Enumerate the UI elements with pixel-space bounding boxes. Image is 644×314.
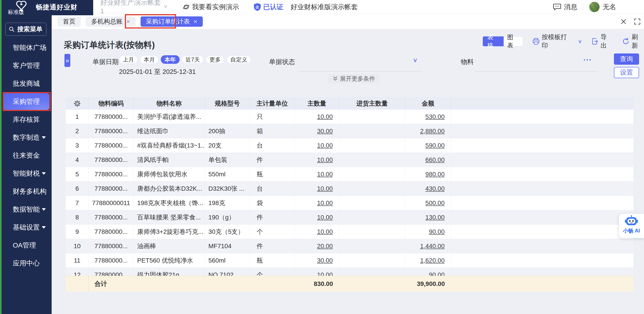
main-qty-link[interactable]: 10.00: [317, 271, 333, 276]
column-header-material-code[interactable]: 物料编码: [89, 97, 134, 110]
export-button[interactable]: 导出: [592, 33, 613, 50]
collapse-filters-button[interactable]: »: [64, 54, 70, 67]
amount-link[interactable]: 430.00: [425, 185, 444, 192]
amount-link[interactable]: 90.00: [429, 271, 444, 276]
view-toggle-chart[interactable]: 图表: [504, 36, 523, 46]
material-code-cell: 77880000...: [89, 124, 134, 138]
sidebar-item[interactable]: 批发商城: [2, 74, 52, 92]
date-preset-pill[interactable]: 本月: [140, 55, 159, 64]
tab-close-icon[interactable]: ×: [194, 18, 198, 25]
main-qty-link[interactable]: 10.00: [317, 142, 333, 149]
date-preset-pill[interactable]: 更多: [206, 55, 224, 64]
tab[interactable]: 采购订单统计表×: [140, 16, 203, 27]
amount-link[interactable]: 590.00: [425, 142, 444, 149]
main-qty-link[interactable]: 30.00: [317, 257, 333, 264]
avatar[interactable]: [589, 2, 600, 12]
date-preset-pill[interactable]: 本年: [161, 55, 180, 64]
amount-link[interactable]: 980.00: [425, 171, 444, 178]
column-settings-button[interactable]: [66, 97, 89, 110]
tab[interactable]: 多机构总账×: [86, 16, 136, 27]
amount-cell: 660.00: [405, 153, 451, 167]
status-select-underline[interactable]: [299, 71, 422, 72]
material-input-underline[interactable]: [476, 71, 597, 72]
username: 无名: [603, 2, 616, 12]
spec-model-cell: NO.7102 ...: [205, 268, 250, 276]
view-toggle-table[interactable]: 表格: [483, 36, 504, 46]
fullscreen-icon[interactable]: [630, 14, 644, 29]
logo[interactable]: 畅捷通好业财 标准版: [2, 0, 93, 15]
robot-icon: [624, 215, 638, 227]
account-selector[interactable]: 好业财生产演示帐套1 ∨: [100, 0, 168, 13]
main-qty-link[interactable]: 10.00: [317, 228, 333, 236]
close-icon[interactable]: [617, 14, 630, 29]
menu-search-input[interactable]: 搜索菜单: [6, 23, 46, 36]
amount-link[interactable]: 90.00: [429, 228, 444, 236]
date-preset-pill[interactable]: 自定义: [226, 55, 251, 64]
column-header-purchase-main-qty[interactable]: 进货主数量: [339, 97, 405, 110]
amount-link[interactable]: 2,880.00: [420, 128, 444, 135]
table-row: 377880000...#双喜经典醇香烟(13~1...20支台10.00590…: [66, 138, 634, 153]
sidebar-item[interactable]: 数字制造: [2, 128, 52, 146]
sidebar-item[interactable]: 智能体广场: [2, 39, 52, 56]
sidebar-item[interactable]: 财务多机构: [2, 182, 52, 200]
settings-button[interactable]: 设置: [614, 67, 639, 78]
purchase-main-qty-cell: [339, 268, 405, 276]
sidebar-item[interactable]: 客户管理: [2, 56, 52, 74]
refresh-button[interactable]: 刷新: [622, 33, 644, 50]
date-preset-pill[interactable]: 近7天: [182, 55, 204, 64]
main-qty-link[interactable]: 10.00: [317, 171, 333, 178]
date-range-value[interactable]: 2025-01-01 至 2025-12-31: [119, 68, 196, 76]
column-header-base-unit[interactable]: 主计量单位: [250, 97, 294, 110]
amount-link[interactable]: 500.00: [425, 200, 444, 207]
amount-link[interactable]: 530.00: [425, 113, 444, 120]
print-by-template-button[interactable]: 按模板打印 ∨: [532, 33, 582, 50]
sidebar-item[interactable]: 应用中心: [2, 254, 52, 272]
column-header-spec-model[interactable]: 规格型号: [205, 97, 250, 110]
sidebar-item[interactable]: 数据智能: [2, 200, 52, 218]
date-preset-pill[interactable]: 上月: [119, 55, 138, 64]
amount-link[interactable]: 1,440.00: [420, 242, 444, 250]
main-qty-link[interactable]: 10.00: [317, 200, 333, 207]
main-qty-link[interactable]: 20.00: [317, 242, 333, 250]
demo-link[interactable]: 我要看实例演示: [182, 2, 239, 12]
chevron-down-icon[interactable]: ∨: [413, 57, 418, 64]
main-qty-cell: 30.00: [294, 124, 339, 138]
main-qty-link[interactable]: 10.00: [317, 185, 333, 192]
main-qty-link[interactable]: 10.00: [317, 113, 333, 120]
main-qty-link[interactable]: 10.00: [317, 156, 333, 164]
chevron-down-icon[interactable]: ∨: [578, 38, 582, 44]
main-qty-link[interactable]: 30.00: [317, 128, 333, 135]
material-name-cell: 美润护手霜(渗透滋养...: [134, 110, 205, 124]
sidebar-item[interactable]: 智能财税: [2, 164, 52, 182]
column-header-main-qty[interactable]: 主数量: [294, 97, 339, 110]
sidebar-item[interactable]: 库存核算: [2, 110, 52, 128]
certified-badge[interactable]: 企 已认证: [254, 2, 284, 12]
messages-button[interactable]: 消息: [553, 2, 577, 12]
amount-cell: 2,880.00: [405, 124, 451, 138]
ai-assistant-widget[interactable]: 小畅 AI: [619, 214, 644, 238]
row-number: 3: [66, 138, 89, 152]
messages-label: 消息: [564, 2, 577, 12]
tab-close-icon[interactable]: ×: [126, 18, 130, 25]
amount-link[interactable]: 1,620.00: [420, 257, 444, 264]
main-qty-link[interactable]: 10.00: [317, 214, 333, 221]
demo-planet-icon: [182, 3, 190, 10]
sidebar-item[interactable]: 采购管理: [2, 92, 52, 110]
sidebar-item[interactable]: 基础设置: [2, 218, 52, 236]
purchase-main-qty-cell: [339, 210, 405, 224]
amount-link[interactable]: 660.00: [425, 156, 444, 164]
purchase-main-qty-cell: [339, 153, 405, 167]
tab[interactable]: 首页: [58, 16, 81, 27]
column-header-material-name[interactable]: 物料名称: [134, 97, 205, 110]
sidebar-item[interactable]: 往来资金: [2, 146, 52, 164]
material-picker-ellipsis-icon[interactable]: ...: [583, 54, 592, 62]
column-header-amount[interactable]: 金额: [405, 97, 451, 110]
purchase-main-qty-cell: [339, 224, 405, 239]
amount-link[interactable]: 130.00: [425, 214, 444, 221]
query-button[interactable]: 查询: [614, 54, 639, 65]
sidebar-item[interactable]: OA管理: [2, 236, 52, 254]
row-number: 1: [66, 110, 89, 124]
sidebar-item-label: 库存核算: [13, 115, 40, 124]
expand-more-conditions-button[interactable]: 展开更多条件: [328, 74, 380, 83]
row-filler: [451, 153, 634, 167]
